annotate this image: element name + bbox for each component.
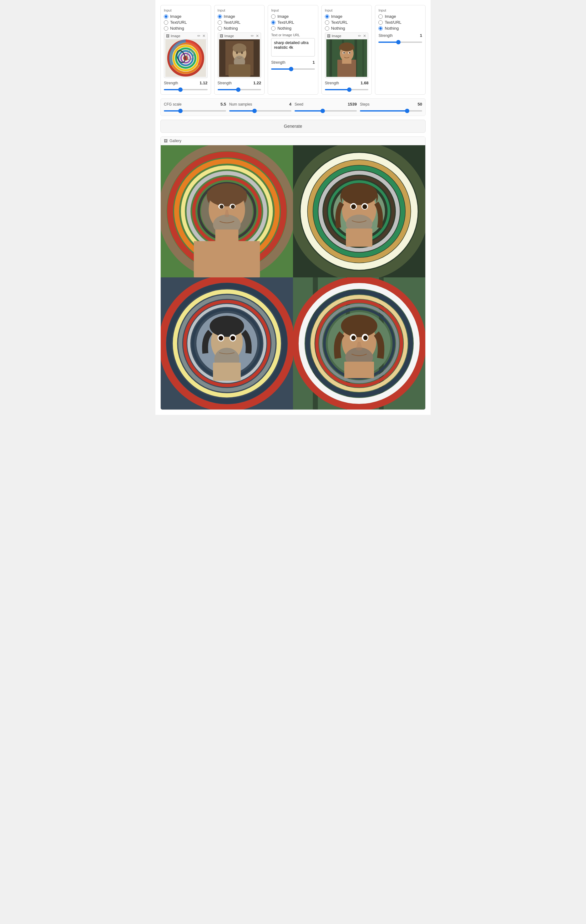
panel4-slider-container[interactable]	[325, 86, 369, 91]
gallery-img-4	[293, 277, 425, 409]
svg-point-67	[351, 204, 356, 209]
panel3-radio-nothing[interactable]: Nothing	[271, 26, 315, 31]
panel4-radio-text[interactable]: Text/URL	[325, 20, 369, 25]
panel1-strength-slider[interactable]	[164, 89, 208, 90]
svg-rect-87	[213, 363, 241, 381]
panel3-slider-container[interactable]	[271, 66, 315, 71]
panel5-strength-slider[interactable]	[378, 41, 422, 43]
panel4-radio-image[interactable]: Image	[325, 14, 369, 19]
svg-point-44	[208, 183, 246, 206]
seed-slider[interactable]	[295, 110, 357, 112]
svg-point-17	[241, 51, 243, 54]
gallery-grid	[161, 145, 425, 409]
panel2-image-label: Image	[225, 34, 234, 38]
gallery-img-3	[161, 277, 293, 409]
gallery-item-4[interactable]	[293, 277, 425, 409]
panel3-strength-row: Strength 1	[271, 60, 315, 65]
seed-group: Seed 1539	[295, 102, 357, 112]
steps-value: 50	[418, 102, 422, 107]
panel4-strength-row: Strength 1.68	[325, 81, 369, 85]
gallery-scroll[interactable]	[161, 145, 425, 409]
gallery-item-1[interactable]	[161, 145, 293, 277]
panel4-image-svg	[325, 40, 368, 77]
panel1-edit-btn[interactable]: ✏	[197, 34, 200, 38]
panel4-close-btn[interactable]: ✕	[363, 34, 366, 38]
cfg-scale-value: 5.5	[220, 102, 226, 107]
gallery-icon: 🖼	[164, 139, 167, 143]
panel4-edit-btn[interactable]: ✏	[358, 34, 361, 38]
panel1-image-box-header: 🖼 Image ✏ ✕	[164, 33, 207, 40]
svg-point-30	[343, 52, 345, 54]
panel4-label: Input	[325, 8, 369, 12]
panel4-radio-nothing[interactable]: Nothing	[325, 26, 369, 31]
input-panel-3: Input Image Text/URL Nothing Text or Ima…	[268, 5, 318, 95]
generate-button[interactable]: Generate	[161, 120, 425, 133]
steps-slider[interactable]	[360, 110, 422, 112]
panel4-image-icon: 🖼	[327, 34, 331, 38]
panel3-strength-value: 1	[313, 60, 315, 65]
svg-point-16	[236, 51, 238, 54]
gallery-section: 🖼 Gallery	[161, 137, 425, 410]
svg-point-106	[351, 335, 356, 340]
cfg-scale-label: CFG scale	[164, 102, 182, 107]
svg-point-102	[341, 315, 377, 337]
steps-group: Steps 50	[360, 102, 422, 112]
seed-label: Seed	[295, 102, 303, 107]
gallery-img-2	[293, 145, 425, 277]
svg-rect-108	[344, 362, 374, 378]
panel5-strength-label: Strength	[378, 33, 392, 38]
panel4-image-label: Image	[332, 34, 341, 38]
panel3-strength-slider[interactable]	[271, 68, 315, 70]
gallery-item-3[interactable]	[161, 277, 293, 409]
panel2-radio-nothing[interactable]: Nothing	[218, 26, 262, 31]
num-samples-slider[interactable]	[229, 110, 291, 112]
panel2-slider-container[interactable]	[218, 86, 262, 91]
panel1-close-btn[interactable]: ✕	[202, 34, 205, 38]
svg-rect-51	[194, 241, 260, 277]
svg-rect-15	[228, 64, 250, 77]
panel4-image-box: 🖼 Image ✏ ✕	[325, 33, 369, 78]
seed-value: 1539	[348, 102, 357, 107]
gallery-label: Gallery	[169, 139, 181, 143]
panel2-image-box: 🖼 Image ✏ ✕	[218, 33, 262, 78]
panel5-strength-row: Strength 1	[378, 33, 422, 38]
panel2-image-svg	[218, 40, 261, 77]
panel2-strength-slider[interactable]	[218, 89, 262, 90]
panel2-label: Input	[218, 8, 262, 12]
panel4-strength-label: Strength	[325, 81, 339, 85]
panel1-radio-text[interactable]: Text/URL	[164, 20, 208, 25]
panel3-radio-text[interactable]: Text/URL	[271, 20, 315, 25]
panel2-edit-btn[interactable]: ✏	[251, 34, 254, 38]
svg-point-14	[232, 43, 246, 53]
panel3-strength-label: Strength	[271, 60, 285, 65]
num-samples-group: Num samples 4	[229, 102, 291, 112]
panel5-slider-container[interactable]	[378, 39, 422, 44]
panel3-text-input[interactable]: sharp detailed ultra realistic 4k	[271, 38, 315, 56]
panel2-strength-label: Strength	[218, 81, 232, 85]
svg-point-107	[363, 335, 368, 340]
panel2-radio-text[interactable]: Text/URL	[218, 20, 262, 25]
num-samples-label: Num samples	[229, 102, 252, 107]
num-samples-value: 4	[289, 102, 291, 107]
panel3-radio-image[interactable]: Image	[271, 14, 315, 19]
svg-point-63	[341, 183, 377, 205]
panel5-radio-image[interactable]: Image	[378, 14, 422, 19]
panel1-slider-container[interactable]	[164, 86, 208, 91]
panel2-close-btn[interactable]: ✕	[256, 34, 259, 38]
svg-rect-69	[346, 228, 372, 246]
svg-rect-20	[329, 40, 332, 77]
panel5-radio-nothing[interactable]: Nothing	[378, 26, 422, 31]
panel1-radio-nothing[interactable]: Nothing	[164, 26, 208, 31]
panel2-radio-image[interactable]: Image	[218, 14, 262, 19]
gallery-item-2[interactable]	[293, 145, 425, 277]
input-panel-1: Input Image Text/URL Nothing 🖼 Image ✏	[161, 5, 211, 95]
cfg-scale-slider[interactable]	[164, 110, 226, 112]
panel5-radio-text[interactable]: Text/URL	[378, 20, 422, 25]
svg-point-86	[230, 336, 235, 340]
panel4-strength-value: 1.68	[361, 81, 368, 85]
panel1-radio-image[interactable]: Image	[164, 14, 208, 19]
panel2-strength-row: Strength 1.22	[218, 81, 262, 85]
panel1-strength-value: 1.12	[200, 81, 207, 85]
panel4-strength-slider[interactable]	[325, 89, 369, 90]
panel5-strength-value: 1	[420, 33, 422, 38]
